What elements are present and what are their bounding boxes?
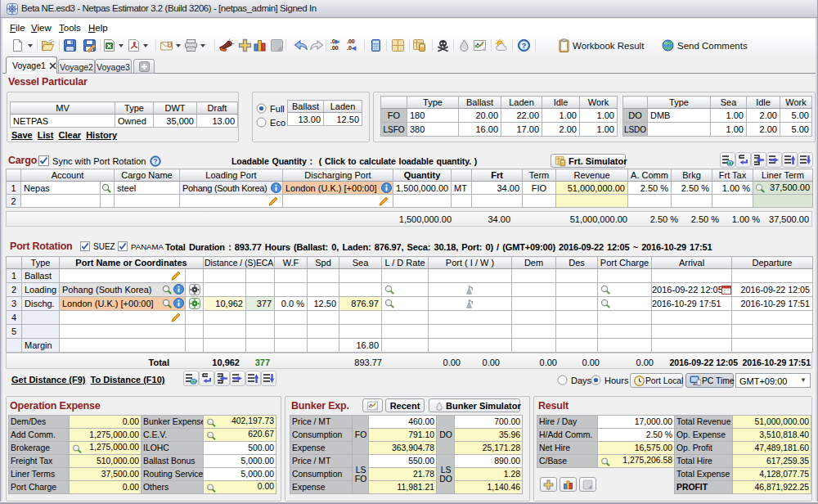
svg-text:?: ?	[153, 158, 157, 165]
svg-text:?: ?	[522, 41, 527, 50]
